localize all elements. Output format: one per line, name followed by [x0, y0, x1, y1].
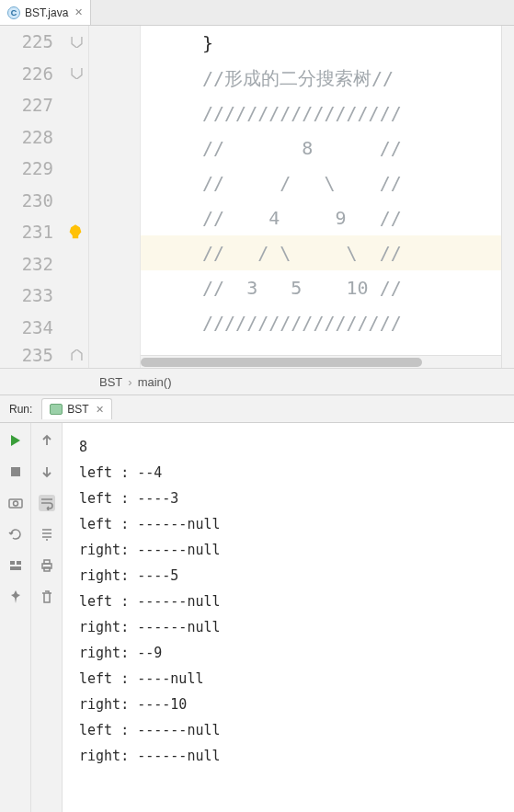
fold-start-icon[interactable]	[71, 349, 83, 361]
svg-rect-7	[44, 560, 50, 564]
line-number: 229	[0, 153, 88, 184]
stop-icon[interactable]	[7, 463, 24, 480]
chevron-right-icon: ›	[128, 375, 131, 389]
breadcrumb[interactable]: BST › main()	[0, 368, 514, 395]
breadcrumb-class[interactable]: BST	[99, 375, 122, 389]
marker-gutter	[89, 26, 141, 368]
trash-icon[interactable]	[39, 589, 55, 605]
line-number: 232	[0, 247, 88, 279]
line-number: 235	[0, 343, 88, 368]
rerun-icon[interactable]	[7, 526, 24, 543]
svg-rect-3	[10, 561, 15, 565]
wrap-icon[interactable]	[39, 495, 55, 511]
run-toolbar-left	[0, 423, 31, 812]
code-line[interactable]: //////////////////	[141, 305, 501, 340]
scrollbar-thumb[interactable]	[141, 358, 422, 367]
code-content[interactable]: }//形成的二分搜索树////////////////////// 8 ////…	[141, 26, 501, 368]
run-panel-header: Run: BST ✕	[0, 395, 514, 423]
code-line[interactable]: //////////////////	[141, 96, 501, 131]
line-number: 226	[0, 57, 88, 88]
code-line[interactable]: //形成的二分搜索树//	[141, 61, 501, 96]
fold-end-icon[interactable]	[71, 67, 83, 79]
java-class-icon: C	[7, 6, 20, 19]
code-line[interactable]: // 4 9 //	[141, 200, 501, 235]
code-line[interactable]: // 3 5 10 //	[141, 270, 501, 305]
code-line[interactable]: // / \ \ //	[141, 235, 501, 270]
console-output[interactable]: 8 left : --4 left : ----3 left : ------n…	[63, 423, 514, 812]
run-toolbar-right	[31, 423, 63, 812]
run-tab-label: BST	[67, 403, 88, 416]
line-number: 231	[0, 216, 88, 247]
tab-label: BST.java	[25, 6, 68, 19]
line-number-gutter: 225226227228229230231232233234235	[0, 26, 89, 368]
fold-end-icon[interactable]	[71, 36, 83, 48]
svg-rect-8	[44, 567, 50, 571]
pin-icon[interactable]	[7, 589, 24, 605]
svg-point-2	[13, 501, 17, 506]
svg-rect-4	[17, 561, 21, 565]
code-line[interactable]: // / \ //	[141, 166, 501, 200]
run-tab[interactable]: BST ✕	[41, 398, 111, 419]
run-panel: 8 left : --4 left : ----3 left : ------n…	[0, 423, 514, 812]
svg-rect-0	[11, 467, 20, 476]
run-config-icon	[50, 404, 63, 415]
print-icon[interactable]	[39, 557, 55, 574]
breadcrumb-method[interactable]: main()	[138, 375, 172, 389]
vertical-scrollbar[interactable]	[501, 26, 514, 368]
code-line[interactable]: }	[141, 26, 501, 61]
down-arrow-icon[interactable]	[39, 463, 55, 480]
line-number: 230	[0, 184, 88, 215]
run-label: Run:	[9, 403, 32, 416]
line-number: 234	[0, 311, 88, 342]
svg-rect-5	[10, 566, 21, 570]
up-arrow-icon[interactable]	[39, 432, 55, 449]
line-number: 233	[0, 280, 88, 311]
play-icon[interactable]	[7, 432, 24, 449]
code-line[interactable]: // 8 //	[141, 131, 501, 166]
intention-bulb-icon[interactable]	[68, 224, 83, 239]
camera-icon[interactable]	[7, 495, 24, 511]
horizontal-scrollbar[interactable]	[141, 355, 501, 368]
editor-tab-bar: C BST.java ✕	[0, 0, 514, 26]
line-number: 225	[0, 26, 88, 57]
line-number: 227	[0, 89, 88, 120]
code-editor[interactable]: 225226227228229230231232233234235 }//形成的…	[0, 26, 514, 368]
scroll-icon[interactable]	[39, 526, 55, 543]
close-icon[interactable]: ✕	[74, 6, 83, 18]
line-number: 228	[0, 120, 88, 152]
layout-icon[interactable]	[7, 557, 24, 574]
close-icon[interactable]: ✕	[96, 404, 104, 416]
editor-tab-bst[interactable]: C BST.java ✕	[0, 0, 91, 25]
